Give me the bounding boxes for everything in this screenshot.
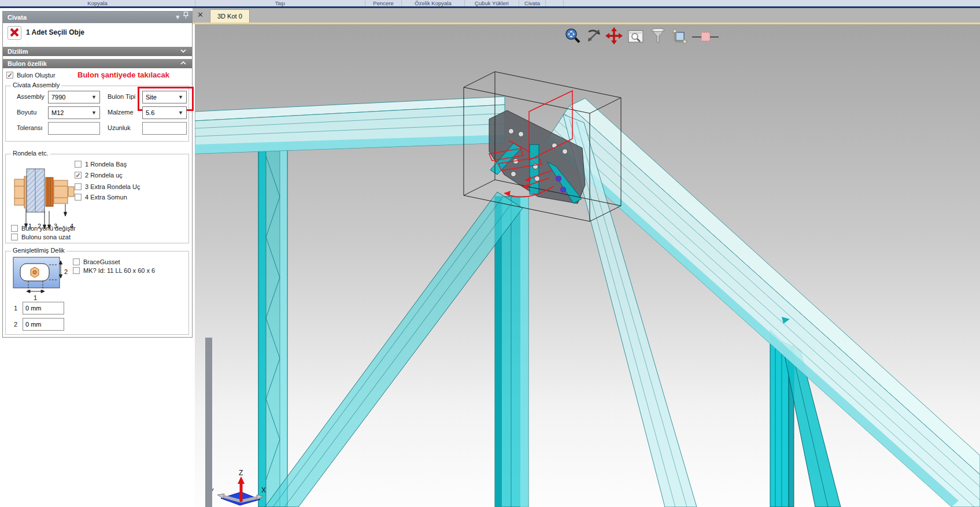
ribbon-group-civata[interactable]: Civata	[519, 0, 546, 6]
rondela-uc-checkbox[interactable]	[75, 172, 82, 179]
panel-title: Civata	[8, 14, 27, 21]
axes-tripod: Z Y X	[208, 468, 266, 507]
assembly-dropdown[interactable]: 7990 ▼	[48, 91, 100, 103]
rondela-bas-label: 1 Rondela Baş	[85, 161, 127, 168]
rondela-uc-label: 2 Rondela uç	[85, 172, 123, 179]
chevron-down-icon: ▼	[178, 91, 183, 103]
extra-somun-label: 4 Extra Somun	[85, 194, 127, 201]
clip-plane-icon[interactable]	[692, 29, 719, 44]
dock-splitter[interactable]	[205, 338, 212, 507]
chevron-up-icon	[180, 61, 186, 65]
bulon-tipi-label: Bulon Tipi	[108, 93, 135, 100]
close-icon[interactable]: ✕	[197, 10, 204, 20]
bulon-uzat-label: Bulonu sona uzat	[21, 234, 71, 240]
diagram-height-label: 2	[64, 268, 68, 275]
chevron-down-icon: ▼	[178, 107, 183, 119]
extra-somun-checkbox[interactable]	[75, 194, 82, 201]
extra-rondela-label: 3 Extra Rondela Uç	[85, 183, 140, 190]
bulon-uzat-checkbox[interactable]	[11, 234, 18, 240]
bracegusset-label: BraceGusset	[83, 258, 120, 265]
annotation-text: Bulon şantiyede takılacak	[77, 71, 169, 79]
bolt-assembly-diagram: 1 2 3 4	[11, 168, 79, 233]
zoom-original-icon[interactable]	[564, 27, 581, 45]
panel-titlebar[interactable]: Civata ▾	[3, 12, 192, 23]
section-bulon-ozellik[interactable]: Bulon özellik	[3, 59, 192, 68]
ribbon-group-ozelik-kopyala[interactable]: Özelik Kopyala	[402, 0, 465, 6]
boyutu-label: Boyutu	[17, 109, 36, 116]
diagram-width-label: 1	[34, 294, 37, 301]
chevron-down-icon: ▼	[91, 107, 97, 119]
tab-3d-kot-0[interactable]: 3D Kot 0	[210, 9, 250, 23]
bulon-olustur-label: Bulon Oluştur	[17, 72, 56, 79]
ribbon-group-pencere[interactable]: Pencere	[365, 0, 402, 6]
rondela-legend: Rondela etc.	[11, 150, 50, 157]
bulon-tipi-dropdown[interactable]: Site ▼	[142, 91, 187, 103]
boyutu-dropdown[interactable]: M12 ▼	[48, 106, 100, 119]
rotate-view-icon[interactable]	[586, 27, 603, 45]
ribbon-group-cubuk-yukleri[interactable]: Çubuk Yükleri	[465, 0, 519, 6]
viewport-canvas[interactable]: Z Y X	[195, 24, 980, 507]
zoom-window-icon[interactable]	[627, 28, 645, 45]
chevron-down-icon	[180, 49, 186, 53]
bracegusset-checkbox[interactable]	[73, 258, 80, 265]
selection-count-text: 1 Adet Seçili Obje	[26, 28, 84, 36]
chevron-down-icon: ▼	[91, 91, 97, 103]
chevron-down-icon[interactable]: ▾	[176, 12, 179, 23]
axis-z-label: Z	[239, 469, 243, 477]
beam-diagonal-left[interactable]	[265, 192, 523, 507]
beam-left-column[interactable]	[258, 145, 287, 507]
section-dizilim[interactable]: Dizilim	[3, 47, 192, 56]
bulon-yonu-label: Bulon yönü değiştir	[21, 225, 76, 232]
uzunluk-input[interactable]	[142, 122, 187, 135]
beam-mid-column[interactable]	[495, 197, 528, 507]
pin-icon[interactable]	[183, 12, 188, 23]
ribbon-group-tasi[interactable]: Taşı	[195, 0, 365, 6]
ribbon-group-kopyala[interactable]: Kopyala	[0, 0, 195, 6]
beam-top-chord[interactable]	[195, 97, 505, 154]
viewport-tabstrip: ✕ 3D Kot 0	[193, 8, 980, 23]
extra-rondela-checkbox[interactable]	[75, 183, 82, 190]
toleransi-input[interactable]	[48, 122, 100, 135]
ribbon-strip: Kopyala Taşı Pencere Özelik Kopyala Çubu…	[0, 0, 980, 6]
filter-icon[interactable]	[649, 27, 667, 45]
model-3d-view[interactable]	[195, 24, 980, 507]
pan-icon[interactable]	[605, 27, 623, 45]
slotted-hole-diagram: 2 1	[11, 255, 73, 302]
assembly-label: Assembly	[17, 93, 45, 100]
axis-x-label: X	[261, 486, 266, 494]
deselect-icon[interactable]	[8, 26, 21, 40]
work-plane-icon[interactable]	[671, 27, 688, 45]
slot-dim1-input[interactable]	[23, 302, 64, 314]
uzunluk-label: Uzunluk	[108, 124, 131, 131]
bulon-yonu-checkbox[interactable]	[11, 225, 18, 232]
civata-assembly-legend: Civata Assembly	[11, 82, 61, 88]
bulon-olustur-checkbox[interactable]	[6, 72, 13, 79]
ribbon-group-empty	[546, 0, 564, 6]
mk-id-checkbox[interactable]	[73, 267, 80, 274]
slotted-hole-legend: Genişletilmiş Delik	[11, 247, 66, 254]
civata-panel: Civata ▾ 1 Adet Seçili Obje Dizilim Bulo…	[2, 11, 193, 338]
malzeme-label: Malzeme	[108, 109, 134, 116]
slot-dim2-label: 2	[14, 321, 17, 328]
rondela-bas-checkbox[interactable]	[75, 161, 82, 168]
slot-dim1-label: 1	[14, 305, 17, 312]
ribbon-filler	[564, 0, 980, 6]
beam-rafter[interactable]	[546, 98, 980, 507]
toleransi-label: Toleransı	[17, 124, 43, 131]
mk-id-label: MK? Id: 11 LL 60 x 60 x 6	[83, 267, 155, 274]
malzeme-dropdown[interactable]: 5.6 ▼	[142, 106, 187, 119]
slot-dim2-input[interactable]	[23, 318, 64, 331]
